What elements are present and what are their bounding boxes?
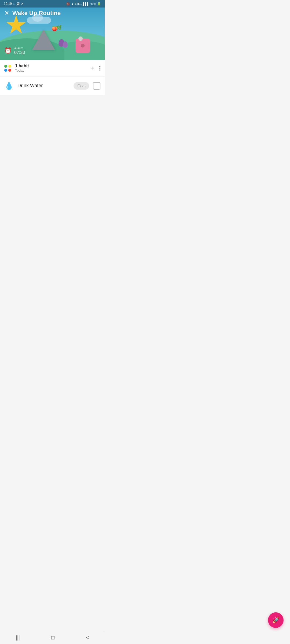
pyramid-decoration [32,30,55,50]
leaf-emoji: 🌿 [56,25,62,30]
pink-box-decoration [75,38,90,53]
x-icon: ✕ [21,2,24,6]
habits-actions: + [91,65,100,71]
status-time: 19:19 [4,2,12,6]
status-left: 19:19 □ 🖼 ✕ [4,2,24,6]
habit-dots [4,65,11,72]
more-dot-1 [99,66,100,67]
habits-date: Today [15,68,91,72]
alarm-info: ⏰ Alarm 07:30 [4,46,25,55]
dot-yellow [8,65,11,68]
battery-label: 41% [90,2,96,5]
lte-label: LTE1 [75,2,82,5]
habit-item-drink-water: 💧 Drink Water Goal [0,76,105,95]
sim-icon: □ [13,2,15,6]
habit-checkbox[interactable] [93,82,100,90]
more-dot-2 [99,68,100,69]
more-options-button[interactable] [99,66,100,71]
dot-green [4,65,7,68]
egg-decoration-2 [63,41,68,48]
add-habit-button[interactable]: + [91,65,95,71]
hero-header: ✕ Wake Up Routine [0,8,105,19]
habits-info: 1 habit Today [15,64,91,72]
more-dot-3 [99,69,100,71]
pink-box-dot [81,44,85,47]
dot-blue [4,69,7,72]
status-bar: 19:19 □ 🖼 ✕ 🔇 ▲ LTE1 ▌▌▌ 41% 🔋 [0,0,105,8]
alarm-text: Alarm 07:30 [14,46,25,55]
habits-count: 1 habit [15,64,91,68]
signal-bars: ▌▌▌ [83,2,89,5]
mute-icon: 🔇 [66,2,70,6]
close-button[interactable]: ✕ [4,10,9,16]
goal-button[interactable]: Goal [74,82,89,90]
dot-red [8,69,11,72]
status-right: 🔇 ▲ LTE1 ▌▌▌ 41% 🔋 [66,2,101,6]
alarm-time: 07:30 [14,50,25,55]
wifi-icon: ▲ [71,2,74,5]
water-drop-icon: 💧 [4,81,14,90]
sphere-decoration [78,36,83,41]
habit-name: Drink Water [17,83,70,89]
habits-header: 1 habit Today + [0,60,105,76]
hero-section: 🍑 🌿 ✕ Wake Up Routine ⏰ Alarm 07:30 [0,8,105,60]
battery-icon: 🔋 [97,2,101,6]
page-title: Wake Up Routine [12,10,61,17]
habits-section: 1 habit Today + 💧 Drink Water Goal [0,60,105,95]
alarm-icon: ⏰ [4,47,12,54]
image-icon: 🖼 [16,2,20,6]
alarm-label: Alarm [14,46,25,50]
